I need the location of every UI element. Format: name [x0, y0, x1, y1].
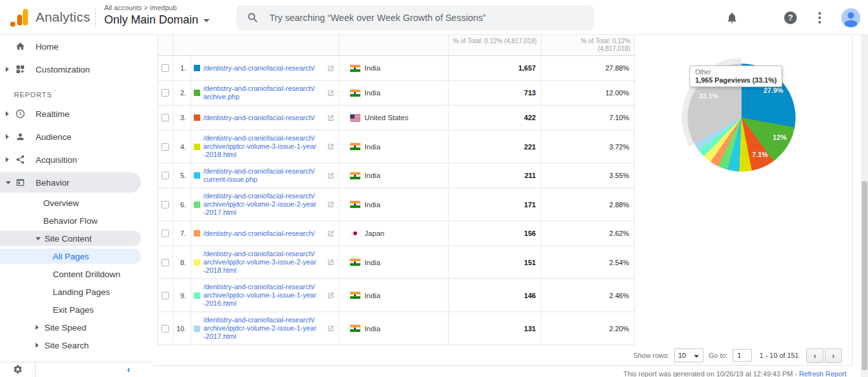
pageviews-total: % of Total: 0.12% (4,817,018)	[449, 35, 541, 55]
series-color-swatch	[194, 292, 200, 299]
collapse-sidebar-icon[interactable]: ‹	[127, 364, 130, 374]
chevron-expanded-icon[interactable]	[36, 237, 41, 240]
sidebar-item-landing-pages[interactable]: Landing Pages	[0, 283, 153, 301]
sidebar-item-customization[interactable]: Customization	[0, 58, 153, 81]
chevron-collapsed-icon[interactable]	[6, 111, 9, 116]
country-flag-icon	[350, 325, 360, 332]
notifications-bell-icon[interactable]	[724, 10, 740, 25]
prev-page-button[interactable]: ‹	[806, 348, 824, 363]
page-link[interactable]: /dentistry-and-craniofacial-research/arc…	[203, 192, 316, 217]
goto-page-input[interactable]: 1	[733, 349, 752, 362]
page-link[interactable]: /dentistry-and-craniofacial-research/arc…	[203, 134, 316, 159]
page-link[interactable]: /dentistry-and-craniofacial-research/arc…	[203, 85, 316, 101]
help-icon[interactable]: ?	[783, 10, 798, 25]
row-checkbox[interactable]	[158, 81, 173, 105]
row-checkbox[interactable]	[158, 56, 173, 80]
vertical-scrollbar[interactable]	[861, 35, 868, 377]
open-in-new-icon[interactable]	[327, 143, 334, 150]
row-checkbox[interactable]	[158, 279, 173, 312]
country-flag-icon	[350, 230, 360, 237]
sidebar-item-acquisition[interactable]: Acquisition	[0, 148, 153, 171]
page-link[interactable]: /dentistry-and-craniofacial-research/arc…	[203, 250, 316, 275]
gear-icon[interactable]	[13, 364, 23, 374]
pageviews-value: 151	[449, 246, 541, 278]
sidebar-item-audience[interactable]: Audience	[0, 125, 153, 148]
open-in-new-icon[interactable]	[327, 90, 334, 97]
chevron-collapsed-icon[interactable]	[6, 157, 9, 162]
country-flag-icon	[350, 114, 360, 121]
realtime-icon	[15, 109, 25, 119]
page-link[interactable]: /dentistry-and-craniofacial-research/arc…	[203, 283, 316, 308]
sidebar-nav: HomeCustomizationREPORTSRealtimeAudience…	[0, 35, 153, 354]
refresh-report-link[interactable]: Refresh Report	[799, 370, 846, 377]
open-in-new-icon[interactable]	[327, 172, 334, 179]
country-label: India	[365, 325, 381, 332]
sidebar-item-label: Site Content	[44, 234, 92, 243]
sidebar-item-realtime[interactable]: Realtime	[0, 102, 153, 125]
unique-pageviews-percent: 2.88%	[541, 188, 634, 221]
table-row: 4. /dentistry-and-craniofacial-research/…	[158, 130, 634, 163]
sidebar-item-site-speed[interactable]: Site Speed	[0, 319, 153, 336]
pie-tooltip: Other 1,965 Pageviews (33.1%)	[689, 65, 782, 87]
row-checkbox[interactable]	[158, 163, 173, 188]
more-options-icon[interactable]	[812, 10, 827, 25]
page-link[interactable]: /dentistry-and-craniofacial-research/	[203, 230, 316, 238]
breadcrumb[interactable]: All accounts > imedpub	[104, 4, 210, 11]
tooltip-value: 1,965 Pageviews (33.1%)	[695, 76, 776, 84]
row-checkbox[interactable]	[158, 130, 173, 163]
table-row: 1. /dentistry-and-craniofacial-research/…	[158, 56, 634, 81]
search-placeholder: Try searching “Week over Week Growth of …	[269, 13, 486, 23]
page-link[interactable]: /dentistry-and-craniofacial-research/	[203, 64, 316, 72]
sidebar-item-content-drilldown[interactable]: Content Drilldown	[0, 265, 153, 283]
search-icon	[245, 10, 261, 25]
sidebar-item-exit-pages[interactable]: Exit Pages	[0, 301, 153, 319]
sidebar-item-all-pages[interactable]: All Pages	[0, 247, 153, 265]
open-in-new-icon[interactable]	[327, 230, 334, 237]
open-in-new-icon[interactable]	[327, 114, 334, 121]
home-icon	[15, 41, 25, 51]
pie-slice-label: 27.9%	[763, 86, 783, 94]
row-range-text: 1 - 10 of 151	[759, 352, 799, 359]
user-avatar[interactable]	[841, 8, 860, 27]
row-rank: 4.	[173, 130, 191, 163]
table-summary-row: % of Total: 0.12% (4,817,018) % of Total…	[158, 35, 634, 56]
sidebar-item-behavior[interactable]: Behavior	[0, 171, 153, 194]
chevron-collapsed-icon[interactable]	[36, 343, 39, 348]
account-selector[interactable]: Only Main Domain	[104, 13, 210, 27]
row-checkbox[interactable]	[158, 106, 173, 130]
google-apps-grid-icon[interactable]	[754, 10, 769, 25]
open-in-new-icon[interactable]	[327, 65, 334, 72]
report-generated-line: This report was generated on 10/26/19 at…	[623, 370, 846, 377]
chevron-expanded-icon[interactable]	[6, 181, 11, 184]
open-in-new-icon[interactable]	[327, 259, 334, 266]
row-checkbox[interactable]	[158, 221, 173, 245]
chevron-collapsed-icon[interactable]	[6, 67, 9, 72]
sidebar-item-site-search[interactable]: Site Search	[0, 336, 153, 354]
chevron-collapsed-icon[interactable]	[6, 134, 9, 139]
analytics-logo-icon[interactable]	[10, 8, 29, 27]
page-link[interactable]: /dentistry-and-craniofacial-research/arc…	[203, 316, 316, 341]
row-checkbox[interactable]	[158, 246, 173, 278]
row-checkbox[interactable]	[158, 312, 173, 345]
search-input[interactable]: Try searching “Week over Week Growth of …	[236, 5, 594, 31]
next-page-button[interactable]: ›	[825, 348, 842, 363]
customization-icon	[15, 64, 25, 74]
sidebar-item-behavior-flow[interactable]: Behavior Flow	[0, 212, 153, 230]
unique-pageviews-percent: 7.10%	[541, 106, 634, 130]
pie-slice-label: 7.1%	[752, 151, 768, 158]
page-link[interactable]: /dentistry-and-craniofacial-research/cur…	[203, 167, 316, 184]
chevron-collapsed-icon[interactable]	[36, 325, 39, 330]
country-label: India	[365, 172, 381, 179]
country-flag-icon	[350, 143, 360, 150]
sidebar-item-site-content[interactable]: Site Content	[0, 230, 153, 247]
show-rows-select[interactable]: 10	[674, 348, 703, 362]
row-checkbox[interactable]	[158, 188, 173, 221]
open-in-new-icon[interactable]	[327, 201, 334, 208]
scrollbar-thumb[interactable]	[862, 181, 867, 370]
page-link[interactable]: /dentistry-and-craniofacial-research/	[203, 114, 316, 122]
sidebar-item-overview[interactable]: Overview	[0, 194, 153, 212]
open-in-new-icon[interactable]	[327, 325, 334, 332]
pageviews-value: 131	[449, 312, 541, 345]
open-in-new-icon[interactable]	[327, 292, 334, 299]
sidebar-item-home[interactable]: Home	[0, 35, 153, 58]
